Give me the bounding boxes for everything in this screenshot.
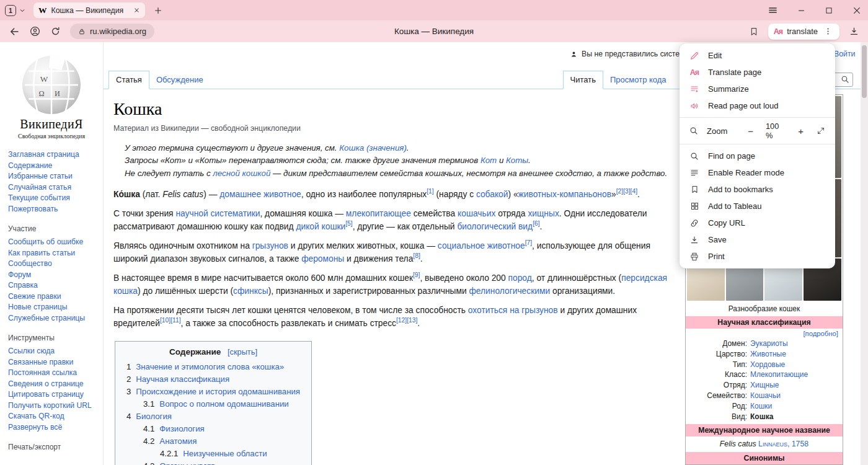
wiki-link[interactable]: грызунов <box>252 241 288 250</box>
toc-link[interactable]: Анатомия <box>159 436 197 446</box>
menu-item-add-tableau[interactable]: Add to Tableau <box>680 198 835 215</box>
zoom-out-button[interactable]: − <box>743 126 758 136</box>
menu-item-translate-page[interactable]: Aя Translate page <box>680 64 835 81</box>
sidebar-link[interactable]: Случайная статья <box>8 183 71 192</box>
wiki-link[interactable]: кошачьих <box>458 209 495 218</box>
reference-link[interactable]: [2][3][4] <box>616 188 637 195</box>
browser-hamburger-icon[interactable] <box>768 5 778 16</box>
menu-item-add-bookmarks[interactable]: Add to bookmarks <box>680 181 835 198</box>
sidebar-link[interactable]: Как править статьи <box>8 249 75 257</box>
wiki-link[interactable]: дикой кошки <box>296 222 345 231</box>
sidebar-link[interactable]: Избранные статьи <box>8 172 73 180</box>
login-link[interactable]: Войти <box>834 50 855 58</box>
page-scrollbar[interactable] <box>861 42 868 465</box>
wiki-link[interactable]: феромоны <box>301 254 344 264</box>
reference-link[interactable]: [12][13] <box>396 317 417 324</box>
wiki-link[interactable]: Коты <box>506 156 528 165</box>
tab-read[interactable]: Читать <box>563 71 603 89</box>
window-minimize-button[interactable] <box>797 6 806 15</box>
tab-talk[interactable]: Обсуждение <box>149 71 210 89</box>
sidebar-link[interactable]: Связанные правки <box>8 358 73 366</box>
sidebar-link[interactable]: Сообщить об ошибке <box>8 237 83 246</box>
wiki-link[interactable]: собакой <box>476 190 508 199</box>
tab-article[interactable]: Статья <box>108 71 149 89</box>
wiki-link[interactable]: хищных <box>528 209 559 218</box>
zoom-in-button[interactable]: + <box>794 126 808 136</box>
window-close-button[interactable] <box>852 6 862 16</box>
reference-link[interactable]: [6] <box>533 221 539 228</box>
wiki-link[interactable]: пород <box>508 273 532 283</box>
sidebar-link[interactable]: Справка <box>8 281 38 290</box>
reference-link[interactable]: [7] <box>525 240 532 247</box>
new-tab-button[interactable] <box>154 6 162 15</box>
wiki-link[interactable]: Кот <box>480 156 497 165</box>
wiki-link[interactable]: Кошка (значения) <box>339 143 407 153</box>
window-maximize-button[interactable] <box>825 6 833 15</box>
wikipedia-logo[interactable]: W И Ω <box>20 52 83 115</box>
fullscreen-icon[interactable] <box>816 126 826 135</box>
wiki-link[interactable]: млекопитающее <box>346 209 411 218</box>
wiki-link[interactable]: Животные <box>750 350 786 358</box>
sidebar-link[interactable]: Заглавная страница <box>8 150 79 159</box>
sidebar-link[interactable]: Текущие события <box>8 193 70 202</box>
bookmark-icon[interactable] <box>749 27 759 37</box>
tab-counter-button[interactable]: 1 <box>5 5 26 16</box>
menu-item-find-on-page[interactable]: Find on page <box>680 148 835 164</box>
toc-hide-link[interactable]: [скрыть] <box>228 347 257 356</box>
wiki-link[interactable]: охотиться на грызунов <box>468 306 558 315</box>
toc-link[interactable]: Научная классификация <box>136 374 229 384</box>
sidebar-link[interactable]: Содержание <box>8 161 52 170</box>
menu-item-edit[interactable]: Edit <box>680 47 835 64</box>
sidebar-link[interactable]: Пожертвовать <box>8 205 58 213</box>
reload-icon[interactable] <box>50 26 61 37</box>
toc-link[interactable]: Физиология <box>159 424 204 433</box>
menu-item-print[interactable]: Print <box>680 248 835 265</box>
sidebar-link[interactable]: Развернуть всё <box>8 423 62 432</box>
menu-item-save[interactable]: Save <box>680 231 835 248</box>
sidebar-link[interactable]: Получить короткий URL <box>8 401 92 410</box>
tab-close-icon[interactable] <box>133 7 140 14</box>
menu-item-read-aloud[interactable]: Read page out loud <box>680 97 835 114</box>
toc-link[interactable]: Неизученные области <box>183 449 267 458</box>
wiki-link[interactable]: домашнее животное <box>219 190 301 199</box>
sidebar-link[interactable]: Постоянная ссылка <box>8 368 77 377</box>
wiki-link[interactable]: Linnaeus, 1758 <box>758 440 808 448</box>
wiki-link[interactable]: персидская кошка <box>113 273 667 296</box>
translate-button[interactable]: Aя translate <box>768 24 839 40</box>
browser-tab[interactable]: W Кошка — Википедия <box>33 2 145 18</box>
tab-view-source[interactable]: Просмотр кода <box>603 71 673 89</box>
wiki-link[interactable]: Кошки <box>750 402 772 410</box>
sidebar-link[interactable]: Сведения о странице <box>8 379 84 388</box>
search-icon[interactable] <box>840 74 850 84</box>
menu-item-summarize[interactable]: Summarize <box>680 81 835 97</box>
sidebar-link[interactable]: Свежие правки <box>8 292 61 301</box>
sidebar-link[interactable]: Новые страницы <box>8 303 68 311</box>
toc-link[interactable]: Биология <box>136 412 172 421</box>
wiki-link[interactable]: животных-компаньонов <box>518 190 611 199</box>
profile-icon[interactable] <box>29 25 41 37</box>
wiki-link[interactable]: лесной кошкой <box>213 169 270 178</box>
sidebar-link[interactable]: Служебные страницы <box>8 314 85 322</box>
sidebar-link[interactable]: Цитировать страницу <box>8 390 84 399</box>
wiki-link[interactable]: Эукариоты <box>750 339 788 348</box>
reference-link[interactable]: [9] <box>413 272 420 279</box>
download-icon[interactable] <box>849 26 859 37</box>
reference-link[interactable]: [8] <box>413 253 420 260</box>
menu-item-reader-mode[interactable]: Enable Reader mode <box>680 164 835 181</box>
wiki-link[interactable]: Хордовые <box>750 360 785 369</box>
address-bar[interactable]: ru.wikipedia.org <box>70 24 154 39</box>
toc-link[interactable]: Значение и этимология слова «кошка» <box>136 362 284 371</box>
reference-link[interactable]: [5] <box>345 221 352 228</box>
wiki-link[interactable]: фелинологическими <box>469 286 550 296</box>
details-link[interactable]: [подробно] <box>803 330 838 337</box>
sidebar-link[interactable]: Форум <box>8 270 31 279</box>
reference-link[interactable]: [10][11] <box>160 317 181 324</box>
wiki-link[interactable]: социальное животное <box>438 241 525 250</box>
toc-link[interactable]: Вопрос о полном одомашнивании <box>159 399 288 409</box>
browser-menu-button[interactable] <box>822 25 834 37</box>
sidebar-link[interactable]: Сообщество <box>8 259 52 268</box>
wiki-link[interactable]: сфинксы <box>233 286 268 296</box>
scrollbar-thumb[interactable] <box>862 45 867 98</box>
sidebar-link[interactable]: Скачать QR-код <box>8 412 64 420</box>
wiki-link[interactable]: Хищные <box>750 381 779 389</box>
